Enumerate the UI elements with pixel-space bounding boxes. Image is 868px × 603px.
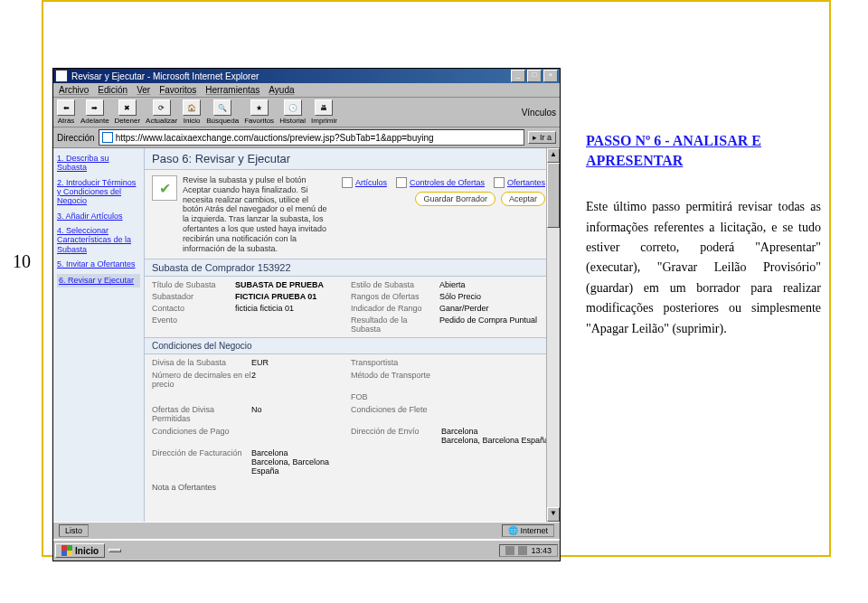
forward-button[interactable]: ➡Adelante [80,99,109,125]
start-button[interactable]: Inicio [55,543,105,558]
lbl-metodo: Método de Transporte [351,371,441,389]
val-metodo [441,371,552,389]
val-rangos: Sólo Precio [439,292,552,301]
tab-articulos[interactable]: Artículos [342,177,387,188]
titlebar: Revisar y Ejecutar - Microsoft Internet … [53,69,560,83]
val-titulo: SUBASTA DE PRUEBA [235,280,351,289]
page-number: 10 [13,251,31,272]
address-label: Dirección [57,133,95,143]
links-label: Vínculos [522,108,556,118]
scroll-up-button[interactable]: ▲ [547,148,560,163]
wizard-nav: 1. Describa su Subasta 2. Introducir Tér… [53,148,145,522]
val-transportista [441,358,552,367]
refresh-button[interactable]: ⟳Actualizar [146,99,177,125]
taskbar: Inicio 13:43 [53,539,560,561]
subasta-info: Título de Subasta SUBASTA DE PRUEBA Esti… [145,277,560,337]
lbl-estilo: Estilo de Subasta [351,280,439,289]
scroll-track[interactable] [547,163,560,507]
system-tray[interactable]: 13:43 [499,544,558,557]
nav-step-5[interactable]: 5. Invitar a Ofertantes [57,259,140,269]
menu-ayuda[interactable]: Ayuda [269,85,294,95]
lbl-cond-pago: Condiciones de Pago [152,427,251,445]
favorites-button[interactable]: ★Favoritos [244,99,274,125]
window-title: Revisar y Ejecutar - Microsoft Internet … [71,71,259,81]
page-icon [102,132,113,143]
condiciones-grid: Divisa de la Subasta EUR Transportista N… [145,354,560,479]
statusbar: Listo 🌐 Internet [53,522,560,539]
maximize-button[interactable]: □ [527,70,542,82]
menu-favoritos[interactable]: Favoritos [159,85,196,95]
menu-herramientas[interactable]: Herramientas [205,85,259,95]
check-icon: ✔ [152,175,177,201]
val-cond-pago [251,427,351,445]
main-panel: Paso 6: Revisar y Ejecutar ✔ Revise la s… [145,148,560,522]
lbl-indicador: Indicador de Rango [351,304,439,313]
val-subastador: FICTICIA PRUEBA 01 [235,292,351,301]
history-button[interactable]: 🕓Historial [279,99,306,125]
nav-step-4[interactable]: 4. Seleccionar Características de la Sub… [57,226,140,254]
address-input[interactable]: https://www.lacaixaexchange.com/auctions… [99,129,525,146]
vertical-scrollbar[interactable]: ▲ ▼ [546,148,560,522]
nav-step-3[interactable]: 3. Añadir Artículos [57,212,140,221]
status-text: Listo [59,524,89,537]
stop-button[interactable]: ✖Detener [115,99,140,125]
lbl-of-divisa: Ofertas de Divisa Permitidas [152,405,251,423]
lbl-cond-flete: Condiciones de Flete [351,405,441,423]
lbl-divisa: Divisa de la Subasta [152,358,251,367]
right-column: PASSO Nº 6 - ANALISAR E APRESENTAR Este … [586,131,821,339]
tray-icon[interactable] [518,546,527,555]
subasta-header: Subasta de Comprador 153922 [145,259,560,277]
menu-edicion[interactable]: Edición [98,85,127,95]
lbl-transportista: Transportista [351,358,441,367]
nav-step-1[interactable]: 1. Describa su Subasta [57,154,140,173]
tab-controles[interactable]: Controles de Ofertas [396,177,485,188]
home-button[interactable]: 🏠Inicio [183,99,201,125]
val-fob [441,392,552,401]
lbl-resultado: Resultado de la Subasta [351,316,439,334]
guardar-borrador-button[interactable]: Guardar Borrador [415,192,495,206]
nav-step-6[interactable]: 6. Revisar y Ejecutar [57,274,140,287]
taskbar-item[interactable] [108,549,121,552]
menu-ver[interactable]: Ver [137,85,150,95]
aceptar-button[interactable]: Aceptar [501,192,545,206]
tab-ofertantes[interactable]: Ofertantes [494,177,545,188]
windows-logo-icon [61,545,72,556]
scroll-down-button[interactable]: ▼ [547,507,560,522]
content-area: 1. Describa su Subasta 2. Introducir Tér… [53,148,560,522]
minimize-button[interactable]: _ [511,70,525,82]
go-button[interactable]: ▸ Ir a [528,131,556,144]
menubar[interactable]: Archivo Edición Ver Favoritos Herramient… [53,83,560,98]
lbl-dir-envio: Dirección de Envío [351,427,441,445]
print-button[interactable]: 🖶Imprimir [311,99,337,125]
tray-icon[interactable] [505,546,514,555]
step-heading: PASSO Nº 6 - ANALISAR E APRESENTAR [586,131,821,170]
lbl-dir-fact: Dirección de Facturación [152,448,251,476]
address-bar: Dirección https://www.lacaixaexchange.co… [53,127,560,148]
nav-step-2[interactable]: 2. Introducir Términos y Condiciones del… [57,178,140,206]
ie-icon [55,70,68,82]
toolbar: ⬅Atrás ➡Adelante ✖Detener ⟳Actualizar 🏠I… [53,98,560,127]
step-body: Este último passo permitirá revisar toda… [586,197,821,339]
search-button[interactable]: 🔍Búsqueda [206,99,239,125]
lbl-contacto: Contacto [152,304,235,313]
step-title: Paso 6: Revisar y Ejecutar [145,148,560,170]
val-divisa: EUR [251,358,351,367]
ie-window: Revisar y Ejecutar - Microsoft Internet … [52,68,561,561]
scroll-thumb[interactable] [547,163,560,228]
zone-indicator: 🌐 Internet [502,524,554,537]
condiciones-header: Condiciones del Negocio [145,337,560,354]
close-button[interactable]: × [543,70,558,82]
menu-archivo[interactable]: Archivo [59,85,89,95]
val-resultado: Pedido de Compra Puntual [439,316,552,334]
val-dir-fact: Barcelona Barcelona, Barcelona España [251,448,351,476]
val-evento [235,316,351,334]
val-estilo: Abierta [439,280,552,289]
lbl-titulo: Título de Subasta [152,280,235,289]
lbl-decimales: Número de decimales en el precio [152,371,251,389]
val-of-divisa: No [251,405,351,423]
lbl-fob: FOB [351,392,441,401]
url-text: https://www.lacaixaexchange.com/auctions… [116,133,434,143]
lbl-nota: Nota a Ofertantes [145,479,560,495]
back-button[interactable]: ⬅Atrás [57,99,75,125]
val-contacto: ficticia ficticia 01 [235,304,351,313]
